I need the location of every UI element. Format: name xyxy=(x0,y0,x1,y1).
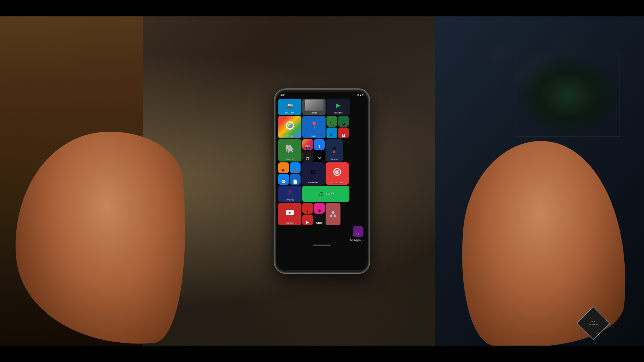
app-phone[interactable]: 📞 xyxy=(326,116,337,127)
app-row-5: ✈ Fly Delta ♫ Spotify xyxy=(278,186,366,202)
row2-right-col: 📞 📱 ✈ M xyxy=(326,116,349,138)
bottom-bar xyxy=(276,243,368,247)
app-row-2: Chrome 📍 Maps 📞 📱 xyxy=(278,116,366,138)
app-row-3: 🐘 Evernote 📷 f xyxy=(278,139,366,161)
app-grid: 🚢 NYC Ferry Photos ▶ Play Store xyxy=(276,97,368,237)
app-spotify[interactable]: ♫ Spotify xyxy=(302,186,349,202)
app-uber[interactable]: Uber xyxy=(314,215,325,225)
app-yt-red[interactable]: ▶ xyxy=(302,215,313,225)
app-evernote[interactable]: 🐘 Evernote xyxy=(278,139,301,161)
app-play-store[interactable]: ▶ Play Store xyxy=(326,99,350,115)
app-chrome[interactable]: Chrome xyxy=(278,116,301,138)
app-luminary[interactable]: ◉ xyxy=(314,203,325,214)
app-weather[interactable]: ☁ Weather xyxy=(326,139,343,161)
app-bluesky[interactable]: 🦋 xyxy=(290,162,301,173)
app-row-6: ▶ YouTube ♪ ◉ xyxy=(278,203,366,225)
status-icons: ⊙ ▲ ■ xyxy=(357,94,363,96)
app-row-1: 🚢 NYC Ferry Photos ▶ Play Store xyxy=(278,99,366,115)
phone-screen: 1:04 ⊙ ▲ ■ 🚢 NYC Ferry xyxy=(276,92,368,270)
app-fly-delta[interactable]: ✈ Fly Delta xyxy=(278,186,301,202)
phone-wrapper: 1:04 ⊙ ▲ ■ 🚢 NYC Ferry xyxy=(274,89,370,274)
row2-right-bot: ✈ M xyxy=(326,128,349,138)
app-instagram[interactable]: 📷 xyxy=(302,139,313,150)
watermark: MR MOBILE xyxy=(578,308,608,338)
status-time: 1:04 xyxy=(281,94,285,96)
app-asana[interactable] xyxy=(326,203,340,225)
black-bar-top xyxy=(0,0,644,16)
app-pocket-casts[interactable]: Pocket Casts xyxy=(326,162,349,185)
app-docs[interactable]: 📄 xyxy=(290,174,301,185)
row2-right-top: 📞 📱 xyxy=(326,116,349,127)
app-yt-music[interactable]: ♪ xyxy=(302,203,313,214)
app-whatsapp[interactable]: 📱 xyxy=(338,116,349,127)
app-x-twitter[interactable]: ✕ xyxy=(314,151,325,161)
monitor-glow xyxy=(516,54,620,137)
app-row-4: ⊞ 🦋 💬 xyxy=(278,162,366,185)
app-maps[interactable]: 📍 Maps xyxy=(302,116,326,138)
app-messenger[interactable]: 💬 xyxy=(278,174,289,185)
app-gmail[interactable]: M xyxy=(338,128,349,138)
app-youtube[interactable]: ▶ YouTube xyxy=(278,203,301,225)
watermark-text: MR MOBILE xyxy=(589,320,598,327)
black-bar-bottom xyxy=(0,346,644,362)
phone-body: 1:04 ⊙ ▲ ■ 🚢 NYC Ferry xyxy=(274,89,370,274)
app-puzzle[interactable]: ⊞ xyxy=(278,162,289,173)
home-indicator[interactable] xyxy=(313,245,331,246)
app-nyc-ferry[interactable]: 🚢 NYC Ferry xyxy=(278,99,301,115)
app-row-7: ▷ xyxy=(278,226,366,237)
app-facebook[interactable]: f xyxy=(314,139,325,150)
app-purple[interactable]: ▷ xyxy=(353,226,363,237)
all-apps-label: All Apps → xyxy=(350,239,364,242)
app-preferences[interactable]: ⚙ Preferences xyxy=(301,162,325,185)
app-threads[interactable]: @ xyxy=(302,151,313,161)
status-bar: 1:04 ⊙ ▲ ■ xyxy=(276,92,368,97)
app-telegram[interactable]: ✈ xyxy=(326,128,337,138)
social-grid: 📷 f @ xyxy=(302,139,325,161)
all-apps-bar[interactable]: All Apps → xyxy=(276,237,368,243)
app-photos[interactable]: Photos xyxy=(302,99,326,115)
